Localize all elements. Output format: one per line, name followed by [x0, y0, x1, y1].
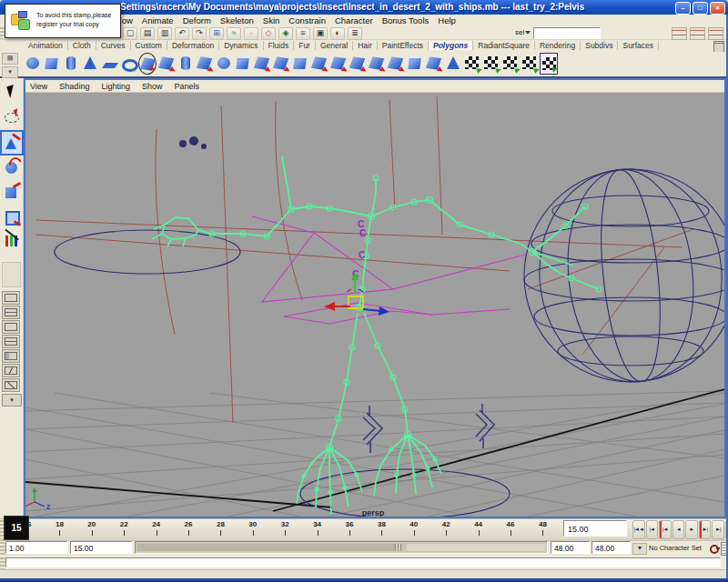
viewport-menu-view[interactable]: View — [30, 82, 47, 91]
character-set-menu-button[interactable]: ▼ — [632, 543, 647, 555]
layout-four-view[interactable] — [2, 306, 20, 319]
snap-plane-icon[interactable]: ◇ — [261, 27, 276, 40]
go-to-start-button[interactable]: |◄◄ — [632, 520, 645, 539]
render-current-frame-icon[interactable]: ▣ — [313, 27, 328, 40]
command-line-input[interactable] — [5, 557, 721, 567]
step-back-frame-button[interactable]: |◄ — [659, 520, 672, 539]
range-slider[interactable] — [135, 541, 548, 554]
step-forward-frame-button[interactable]: ►| — [699, 520, 712, 539]
selection-mask-dropdown-icon[interactable] — [525, 31, 531, 35]
select-tool[interactable] — [2, 83, 22, 105]
layout-hypershade-persp[interactable] — [2, 378, 20, 392]
uv-checker-icon-2[interactable] — [482, 53, 500, 75]
viewport-menu-lighting[interactable]: Lighting — [101, 82, 130, 91]
poly-cube-icon[interactable] — [43, 53, 61, 75]
tab-subdivs[interactable]: Subdivs — [581, 41, 618, 50]
extrude-icon[interactable] — [272, 53, 290, 75]
move-tool[interactable] — [2, 132, 22, 154]
close-button[interactable]: × — [710, 2, 725, 15]
tab-deformation[interactable]: Deformation — [167, 41, 219, 50]
layout-two-side-by-side[interactable] — [2, 320, 20, 334]
smooth-icon[interactable] — [253, 53, 271, 75]
tab-radiantsquare[interactable]: RadiantSquare — [473, 41, 535, 50]
menu-help[interactable]: Help — [438, 15, 456, 25]
pole-vector-arrows[interactable] — [363, 404, 494, 453]
rotate-tool[interactable] — [2, 156, 22, 178]
character-set-label[interactable]: No Character Set — [649, 542, 707, 554]
tab-rendering[interactable]: Rendering — [535, 41, 581, 50]
quick-selection-input[interactable] — [533, 27, 601, 39]
menu-character[interactable]: Character — [335, 15, 373, 25]
viewport-menu-shading[interactable]: Shading — [59, 82, 89, 91]
tab-painteffects[interactable]: PaintEffects — [378, 41, 429, 50]
menu-deform[interactable]: Deform — [183, 15, 211, 25]
tab-fur[interactable]: Fur — [294, 41, 316, 50]
viewport-menu-panels[interactable]: Panels — [174, 82, 199, 91]
snap-grid-icon[interactable]: ⊞ — [209, 27, 224, 40]
minimize-button[interactable]: – — [675, 2, 691, 15]
lasso-select-tool[interactable] — [2, 107, 22, 129]
tab-surfaces[interactable]: Surfaces — [618, 41, 659, 50]
current-frame-marker[interactable]: 15 — [4, 516, 29, 540]
poly-cylinder-icon[interactable] — [62, 53, 80, 75]
tab-curves[interactable]: Curves — [96, 41, 131, 50]
wireframe-sphere[interactable] — [524, 160, 724, 391]
tab-animation[interactable]: Animation — [24, 41, 68, 50]
layout-two-stacked[interactable] — [2, 335, 20, 348]
ipr-render-icon[interactable]: ◐ — [330, 27, 345, 40]
scene-new-icon[interactable]: ▢ — [123, 27, 137, 40]
bridge-icon[interactable] — [310, 53, 329, 75]
tab-general[interactable]: General — [316, 41, 353, 50]
render-globals-icon[interactable]: ≣ — [348, 27, 362, 40]
poly-pyramid-icon[interactable] — [157, 53, 176, 75]
snap-point-icon[interactable]: ∙ — [244, 27, 258, 40]
menu-skin[interactable]: Skin — [263, 15, 279, 25]
range-slider-grip[interactable] — [395, 544, 401, 551]
layout-persp-graph[interactable] — [2, 364, 20, 377]
playback-end-field[interactable]: 48.00 — [551, 541, 590, 554]
tab-hair[interactable]: Hair — [353, 41, 378, 50]
menu-constrain[interactable]: Constrain — [288, 15, 326, 25]
viewport-menu-show[interactable]: Show — [142, 82, 163, 91]
combine-icon[interactable] — [329, 53, 348, 75]
poly-helix-icon[interactable] — [196, 53, 214, 75]
current-time-field[interactable]: 15.00 — [563, 520, 627, 537]
uv-checker-icon-4[interactable] — [521, 53, 539, 75]
wedge-face-icon[interactable] — [425, 53, 443, 75]
range-slider-bar[interactable] — [137, 544, 400, 551]
scene-open-icon[interactable]: ▤ — [140, 27, 155, 40]
bevel-icon[interactable] — [291, 53, 309, 75]
append-polygon-icon[interactable] — [368, 53, 386, 75]
poly-sphere-icon[interactable] — [24, 53, 42, 75]
poly-prism-icon[interactable] — [138, 53, 157, 75]
poly-pipe-icon[interactable] — [177, 53, 195, 75]
toggle-attribute-editor-button[interactable] — [672, 27, 687, 40]
maximize-button[interactable]: □ — [693, 2, 708, 15]
uv-checker-icon-1[interactable] — [463, 53, 481, 75]
uv-checker-icon-3[interactable] — [501, 53, 520, 75]
poly-plane-icon[interactable] — [100, 53, 118, 75]
tab-polygons[interactable]: Polygons — [429, 41, 473, 50]
menu-bonus-tools[interactable]: Bonus Tools — [382, 15, 430, 25]
uv-texture-editor-icon[interactable] — [540, 53, 558, 75]
animation-start-field[interactable]: 1.00 — [5, 541, 67, 554]
skeleton-bones[interactable] — [152, 156, 599, 515]
tab-cloth[interactable]: Cloth — [68, 41, 96, 50]
redo-icon[interactable]: ↷ — [192, 27, 207, 40]
menu-skeleton[interactable]: Skeleton — [220, 15, 254, 25]
merge-vertices-icon[interactable] — [387, 53, 405, 75]
scene-save-icon[interactable]: ▥ — [157, 27, 172, 40]
play-backwards-button[interactable]: ◄ — [672, 520, 685, 539]
snap-curve-icon[interactable]: ≈ — [227, 27, 241, 40]
poly-soccer-ball-icon[interactable] — [215, 53, 233, 75]
poly-platonic-icon[interactable] — [234, 53, 252, 75]
toggle-channel-box-button[interactable] — [708, 27, 723, 40]
layout-persp-outliner[interactable] — [2, 349, 20, 363]
animation-end-field[interactable]: 48.00 — [592, 541, 631, 554]
toggle-tool-settings-button[interactable] — [690, 27, 705, 40]
layout-single-perspective[interactable] — [2, 291, 20, 305]
poke-face-icon[interactable] — [444, 53, 462, 75]
mirror-geometry-icon[interactable] — [406, 53, 424, 75]
play-forwards-button[interactable]: ► — [685, 520, 698, 539]
viewport-scene[interactable]: C C C C — [25, 93, 724, 517]
